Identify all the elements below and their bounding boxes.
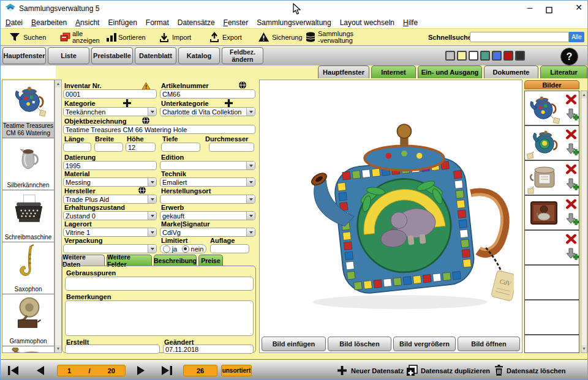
thumbnail-teapot-2[interactable] <box>526 127 562 162</box>
bild-vergroessern-button[interactable]: Bild vergrößern <box>393 337 456 351</box>
list-item-teatime[interactable]: Teatime Treasures CM 66 Watering <box>2 80 54 138</box>
edition-select[interactable] <box>160 161 255 170</box>
hoehe-input[interactable] <box>126 143 156 152</box>
move-image-down-icon[interactable] <box>565 143 579 158</box>
material-select[interactable]: Messing <box>63 177 157 187</box>
laenge-input[interactable] <box>63 143 91 152</box>
herstellungsort-select[interactable] <box>160 195 255 204</box>
tab-liste[interactable]: Liste <box>48 47 89 64</box>
menu-fenster[interactable]: Fenster <box>221 17 251 28</box>
bemerkungen-textarea[interactable] <box>65 300 254 336</box>
menu-sammlungsverwaltung[interactable]: Sammlungsverwaltung <box>254 17 333 28</box>
collection-management-button[interactable]: Sammlungs -verwaltung <box>318 31 353 44</box>
bilder-scrollbar[interactable]: ▲ ▼ <box>581 91 587 353</box>
delete-image-icon[interactable] <box>565 94 577 107</box>
marke-select[interactable]: CdiVg <box>160 228 255 237</box>
tab-hauptfenster-layout[interactable]: Hauptfenster <box>2 47 46 64</box>
subtab-beschreibung[interactable]: Beschreibung <box>154 255 197 266</box>
color-swatch-blue[interactable] <box>492 51 502 61</box>
menu-bearbeiten[interactable]: Bearbeiten <box>29 17 69 28</box>
thumbnail-box[interactable] <box>526 197 562 231</box>
subtab-weitere-felder[interactable]: Weitere Felder <box>107 255 152 266</box>
unterkategorie-select[interactable]: Charlotte di Vita Collektion <box>160 107 255 116</box>
auflage-input[interactable] <box>210 244 249 253</box>
previous-record-button[interactable] <box>36 366 45 378</box>
erstellt-input[interactable] <box>65 345 160 354</box>
sort-button[interactable]: Sortieren <box>118 34 146 41</box>
color-swatch-white[interactable] <box>469 51 478 61</box>
artikel-input[interactable] <box>160 89 255 99</box>
breite-input[interactable] <box>94 143 123 152</box>
tab-datenblatt[interactable]: Datenblatt <box>135 47 176 64</box>
subtab-weitere-daten[interactable]: Weitere Daten <box>62 255 105 266</box>
limitiert-ja-radio[interactable]: ja <box>163 245 178 253</box>
duplicate-record-button[interactable]: Datensatz duplizieren <box>421 367 490 374</box>
view-tab-internet[interactable]: Internet <box>371 65 416 78</box>
datierung-input[interactable] <box>63 161 157 170</box>
move-image-down-icon[interactable] <box>565 178 579 193</box>
tab-feldbez-aendern[interactable]: Feldbez. ändern <box>222 47 263 64</box>
menu-layout-wechseln[interactable]: Layout wechseln <box>337 17 397 28</box>
maximize-button[interactable] <box>546 5 552 16</box>
list-item-saxophon[interactable]: Saxophon <box>2 242 54 294</box>
geaendert-input[interactable] <box>163 345 254 354</box>
next-record-button[interactable] <box>137 366 145 378</box>
list-item-grammophon[interactable]: Grammophon <box>2 294 54 346</box>
view-tab-hauptfenster[interactable]: Hauptfenster <box>318 65 369 78</box>
limitiert-nein-radio[interactable]: nein <box>182 245 204 253</box>
record-list-scrollbar[interactable]: ▲ ▼ <box>55 80 62 353</box>
kategorie-select[interactable]: Teekännchen <box>63 107 157 116</box>
tiefe-input[interactable] <box>161 143 200 152</box>
tab-preistabelle[interactable]: Preistabelle <box>91 47 133 64</box>
verpackung-select[interactable] <box>63 244 157 253</box>
list-item-schreibmaschine[interactable]: Schreibmaschine <box>2 190 54 242</box>
thumbnail-teapot-1[interactable] <box>526 92 562 127</box>
view-tab-literatur[interactable]: Literatur <box>540 65 587 78</box>
bild-oeffnen-button[interactable]: Bild öffnen <box>458 337 520 351</box>
tab-katalog[interactable]: Katalog <box>178 47 220 64</box>
thumbnail-caddy[interactable] <box>526 162 562 196</box>
last-record-button[interactable] <box>161 366 172 378</box>
move-image-down-icon[interactable] <box>565 108 579 124</box>
gebrauchsspuren-textarea[interactable] <box>65 277 254 291</box>
durchmesser-input[interactable] <box>209 143 254 152</box>
scroll-down-icon[interactable]: ▼ <box>55 345 61 352</box>
delete-image-icon[interactable] <box>565 234 577 247</box>
move-image-down-icon[interactable] <box>565 213 579 228</box>
export-button[interactable]: Export <box>222 34 242 41</box>
close-button[interactable]: ✕ <box>569 2 588 16</box>
scroll-up-icon[interactable]: ▲ <box>581 91 587 99</box>
quicksearch-all-button[interactable]: Alle <box>569 32 584 42</box>
hersteller-select[interactable]: Trade Plus Aid <box>63 195 157 204</box>
delete-image-icon[interactable] <box>565 199 577 212</box>
bild-einfuegen-button[interactable]: Bild einfügen <box>262 337 326 351</box>
menu-datensaetze[interactable]: Datensätze <box>175 17 217 28</box>
color-swatch-yellow[interactable] <box>457 51 467 61</box>
menu-einfuegen[interactable]: Einfügen <box>105 17 139 28</box>
color-swatch-red[interactable] <box>503 51 513 61</box>
import-button[interactable]: Import <box>172 34 191 41</box>
color-swatch-gray[interactable] <box>445 51 455 61</box>
minimize-button[interactable]: – <box>520 2 540 15</box>
technik-select[interactable]: Emaliert <box>160 177 255 187</box>
view-tab-ein-und-ausgang[interactable]: Ein- und Ausgang <box>418 65 482 78</box>
color-swatch-black[interactable] <box>515 51 525 61</box>
new-record-button[interactable]: Neuer Datensatz <box>351 367 404 374</box>
lagerort-select[interactable]: Vitrine 1 <box>63 228 157 237</box>
menu-ansicht[interactable]: Ansicht <box>73 17 102 28</box>
quicksearch-input[interactable] <box>470 32 569 42</box>
erhaltung-select[interactable]: Zustand 0 <box>63 211 157 220</box>
menu-format[interactable]: Format <box>143 17 172 28</box>
scroll-down-icon[interactable]: ▼ <box>581 345 587 352</box>
first-record-button[interactable] <box>8 366 19 378</box>
scroll-up-icon[interactable]: ▲ <box>55 80 61 88</box>
objekt-input[interactable] <box>63 125 255 134</box>
erwerb-select[interactable]: gekauft <box>160 211 255 220</box>
help-button[interactable]: ? <box>560 48 578 65</box>
list-item-silberkaennchen[interactable]: Silberkännchen <box>2 138 54 190</box>
inventar-input[interactable] <box>63 89 157 99</box>
search-button[interactable]: Suchen <box>23 34 46 41</box>
color-swatch-teal[interactable] <box>480 51 490 61</box>
delete-record-button[interactable]: Datensatz löschen <box>507 367 566 374</box>
delete-image-icon[interactable] <box>565 129 577 142</box>
